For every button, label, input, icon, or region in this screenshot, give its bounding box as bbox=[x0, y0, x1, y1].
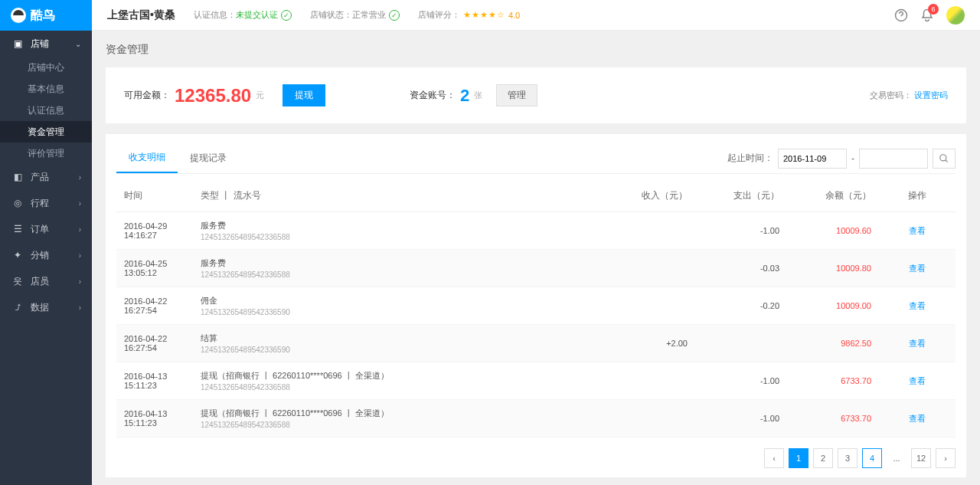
tab-income-expense[interactable]: 收支明细 bbox=[116, 143, 178, 173]
sidebar-item-trip[interactable]: ◎行程› bbox=[0, 190, 92, 216]
sidebar-item-data[interactable]: ⭜数据› bbox=[0, 294, 92, 320]
pagination: ‹ 1 2 3 4 ... 12 › bbox=[116, 448, 956, 468]
amount-unit: 元 bbox=[256, 90, 264, 101]
page-last[interactable]: 12 bbox=[911, 448, 931, 468]
logo-text: 酷鸟 bbox=[31, 8, 55, 24]
cell-balance: 10009.60 bbox=[787, 212, 879, 250]
account-label: 资金账号： bbox=[410, 89, 456, 102]
logo-icon bbox=[11, 8, 26, 23]
cell-time: 2016-04-2216:27:54 bbox=[116, 325, 193, 362]
cell-time: 2016-04-2513:05:12 bbox=[116, 250, 193, 287]
top-header: 上堡古国•黄桑 认证信息： 未提交认证 ✓ 店铺状态： 正常营业 ✓ 店铺评分：… bbox=[92, 0, 980, 31]
content: 资金管理 可用金额： 12365.80 元 提现 资金账号： 2 张 管理 交易… bbox=[92, 31, 980, 485]
amount-value: 12365.80 bbox=[175, 85, 251, 107]
chevron-right-icon: › bbox=[79, 277, 81, 286]
account-unit: 张 bbox=[474, 90, 482, 101]
page-title: 资金管理 bbox=[106, 43, 966, 57]
sidebar-item-order[interactable]: ☰订单› bbox=[0, 216, 92, 242]
table-row: 2016-04-1315:11:23提现（招商银行 丨 62260110****… bbox=[116, 400, 956, 437]
page-4[interactable]: 4 bbox=[862, 448, 882, 468]
sidebar-subitem-funds[interactable]: 资金管理 bbox=[0, 121, 92, 143]
header-auth: 认证信息： 未提交认证 ✓ bbox=[194, 9, 292, 21]
cell-balance: 6733.70 bbox=[787, 362, 879, 400]
table-row: 2016-04-2216:27:54佣金12451326548954233659… bbox=[116, 287, 956, 325]
bell-icon[interactable]: 6 bbox=[920, 8, 934, 22]
th-time: 时间 bbox=[116, 180, 193, 212]
tab-withdraw-records[interactable]: 提现记录 bbox=[178, 144, 239, 172]
sidebar-subitem-review[interactable]: 评价管理 bbox=[0, 143, 92, 164]
cell-op: 查看 bbox=[879, 212, 956, 250]
sidebar-subitem-basic-info[interactable]: 基本信息 bbox=[0, 78, 92, 100]
staff-icon: 웃 bbox=[11, 275, 24, 288]
password-section: 交易密码： 设置密码 bbox=[870, 90, 948, 101]
sidebar-item-product[interactable]: ◧产品› bbox=[0, 164, 92, 190]
cell-type: 服务费124513265489542336588 bbox=[193, 250, 603, 287]
search-button[interactable] bbox=[933, 149, 956, 169]
page-1[interactable]: 1 bbox=[789, 448, 808, 468]
check-icon: ✓ bbox=[281, 10, 292, 21]
cell-income bbox=[603, 362, 695, 400]
cell-op: 查看 bbox=[879, 250, 956, 287]
tabs-row: 收支明细 提现记录 起止时间： - bbox=[116, 143, 956, 174]
page-3[interactable]: 3 bbox=[838, 448, 858, 468]
dist-icon: ✦ bbox=[11, 250, 24, 261]
order-icon: ☰ bbox=[11, 224, 24, 234]
check-icon: ✓ bbox=[389, 10, 400, 21]
th-expense: 支出（元） bbox=[695, 180, 787, 212]
notification-badge: 6 bbox=[928, 4, 939, 15]
view-link[interactable]: 查看 bbox=[909, 414, 926, 423]
withdraw-button[interactable]: 提现 bbox=[283, 84, 325, 107]
page-next[interactable]: › bbox=[936, 448, 956, 468]
cell-income bbox=[603, 250, 695, 287]
sidebar-subitem-shop-center[interactable]: 店铺中心 bbox=[0, 57, 92, 78]
manage-button[interactable]: 管理 bbox=[496, 84, 537, 107]
cell-income bbox=[603, 212, 695, 250]
view-link[interactable]: 查看 bbox=[909, 376, 926, 385]
cell-type: 提现（招商银行 丨 62260110****0696 丨 全渠道）1245132… bbox=[193, 362, 603, 400]
chevron-right-icon: › bbox=[79, 251, 81, 260]
sidebar-item-staff[interactable]: 웃店员› bbox=[0, 268, 92, 294]
sidebar-item-shop[interactable]: ▣ 店铺 ⌄ bbox=[0, 31, 92, 57]
help-icon[interactable] bbox=[894, 8, 908, 22]
cell-balance: 6733.70 bbox=[787, 400, 879, 437]
sidebar-item-distribution[interactable]: ✦分销› bbox=[0, 242, 92, 268]
cell-expense: -1.00 bbox=[695, 212, 787, 250]
product-icon: ◧ bbox=[11, 172, 24, 182]
header-rating: 店铺评分： ★★★★☆ 4.0 bbox=[418, 9, 520, 21]
cell-time: 2016-04-2914:16:27 bbox=[116, 212, 193, 250]
cell-op: 查看 bbox=[879, 400, 956, 437]
logo[interactable]: 酷鸟 bbox=[0, 0, 92, 31]
summary-panel: 可用金额： 12365.80 元 提现 资金账号： 2 张 管理 交易密码： 设… bbox=[106, 67, 966, 123]
view-link[interactable]: 查看 bbox=[909, 339, 926, 348]
view-link[interactable]: 查看 bbox=[909, 226, 926, 235]
cell-type: 结算124513265489542336590 bbox=[193, 325, 603, 362]
data-icon: ⭜ bbox=[11, 302, 24, 313]
table-row: 2016-04-2513:05:12服务费1245132654895423365… bbox=[116, 250, 956, 287]
search-icon bbox=[939, 153, 949, 164]
cell-balance: 9862.50 bbox=[787, 325, 879, 362]
page-2[interactable]: 2 bbox=[813, 448, 833, 468]
cell-op: 查看 bbox=[879, 362, 956, 400]
cell-expense: -0.20 bbox=[695, 287, 787, 325]
th-op: 操作 bbox=[879, 180, 956, 212]
cell-income bbox=[603, 400, 695, 437]
view-link[interactable]: 查看 bbox=[909, 301, 926, 310]
date-filter: 起止时间： - bbox=[727, 149, 956, 169]
date-to-input[interactable] bbox=[859, 149, 928, 169]
account-count: 2 bbox=[460, 86, 469, 106]
view-link[interactable]: 查看 bbox=[909, 264, 926, 273]
sidebar-subitem-auth-info[interactable]: 认证信息 bbox=[0, 100, 92, 121]
cell-expense: -1.00 bbox=[695, 400, 787, 437]
cell-type: 提现（招商银行 丨 62260110****0696 丨 全渠道）1245132… bbox=[193, 400, 603, 437]
th-type: 类型 丨 流水号 bbox=[193, 180, 603, 212]
date-from-input[interactable] bbox=[778, 149, 847, 169]
avatar[interactable] bbox=[946, 6, 965, 25]
th-income: 收入（元） bbox=[603, 180, 695, 212]
set-password-link[interactable]: 设置密码 bbox=[914, 90, 948, 100]
cell-balance: 10009.00 bbox=[787, 287, 879, 325]
table-row: 2016-04-1315:11:23提现（招商银行 丨 62260110****… bbox=[116, 362, 956, 400]
page-prev[interactable]: ‹ bbox=[764, 448, 784, 468]
transactions-table: 时间 类型 丨 流水号 收入（元） 支出（元） 余额（元） 操作 2016-04… bbox=[116, 180, 956, 437]
chevron-right-icon: › bbox=[79, 199, 81, 208]
chevron-right-icon: › bbox=[79, 173, 81, 182]
